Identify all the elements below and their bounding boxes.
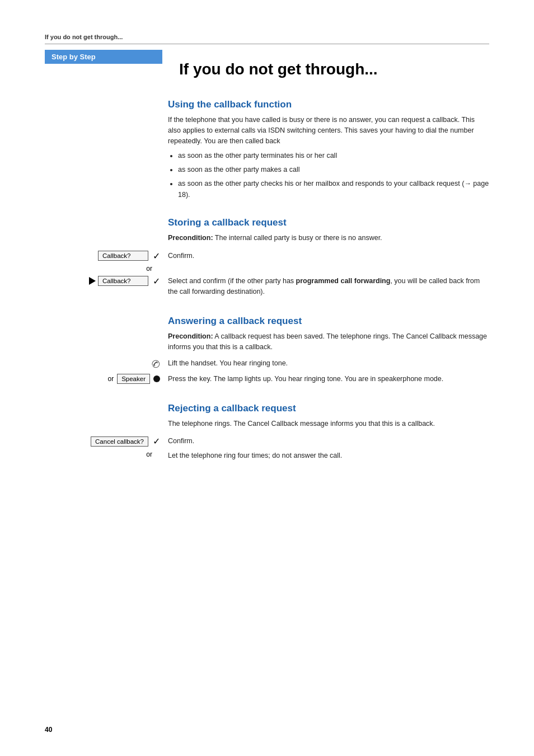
checkmark-2: ✓: [153, 276, 160, 287]
checkmark-1: ✓: [153, 251, 160, 261]
bullet-3: as soon as the other party checks his or…: [178, 179, 489, 200]
body-text-using-callback: If the telephone that you have called is…: [168, 115, 489, 147]
or-left-2: or: [45, 450, 168, 458]
step-row-cancel-1: Cancel callback? ✓ Confirm.: [45, 436, 489, 447]
callback-row-1: Callback? ✓: [98, 251, 160, 261]
precondition-answering: Precondition: A callback request has bee…: [168, 331, 489, 353]
or-label-1: or: [45, 265, 160, 273]
section-using-callback: Using the callback function If the telep…: [45, 89, 489, 204]
step-left-cancel-1: Cancel callback? ✓: [45, 436, 168, 447]
section-title-answering: Answering a callback request: [168, 316, 489, 327]
press-key-text: Press the key. The lamp lights up. You h…: [168, 374, 489, 384]
precondition-storing: Precondition: The internal called party …: [168, 233, 489, 243]
step-left-speaker: or Speaker: [45, 374, 168, 384]
precondition-body-answering: A callback request has been saved. The t…: [168, 332, 487, 351]
precondition-bold-answering: Precondition:: [168, 332, 213, 340]
triangle-icon: [89, 277, 96, 285]
step-row-callback-2: Callback? ✓ Select and confirm (if the o…: [45, 276, 489, 298]
left-col: Step by Step: [45, 44, 168, 89]
step-row-callback-1: Callback? ✓ Confirm.: [45, 251, 489, 261]
step-row-handset: ✆ Lift the handset. You hear ringing ton…: [45, 358, 489, 370]
callback-label-2: Callback?: [98, 276, 148, 286]
bullet-2: as soon as the other party makes a call: [178, 165, 489, 175]
speaker-label: Speaker: [117, 374, 150, 384]
callback-row-2: Callback? ✓: [89, 276, 160, 287]
step-right-cancel-1: Confirm.: [168, 436, 489, 447]
section-rejecting-callback: Rejecting a callback request The telepho…: [45, 393, 489, 433]
step-right-callback-2: Select and confirm (if the other party h…: [168, 276, 489, 298]
confirm-text-1: Confirm.: [168, 251, 489, 261]
or-label-speaker: or: [107, 375, 114, 383]
precondition-body-storing: The internal called party is busy or the…: [215, 234, 382, 242]
section-right-using-callback: Using the callback function If the telep…: [168, 89, 489, 204]
right-col: If you do not get through...: [168, 44, 489, 89]
section-storing-callback: Storing a callback request Precondition:…: [45, 207, 489, 246]
confirm-text-cancel: Confirm.: [168, 436, 489, 447]
cancel-row-1: Cancel callback? ✓: [91, 436, 160, 447]
page: If you do not get through... Step by Ste…: [0, 0, 534, 756]
top-label: If you do not get through...: [45, 34, 489, 40]
step-right-callback-1: Confirm.: [168, 251, 489, 261]
step-right-speaker: Press the key. The lamp lights up. You h…: [168, 374, 489, 384]
bullet-1: as soon as the other party terminates hi…: [178, 151, 489, 161]
lift-handset-text: Lift the handset. You hear ringing tone.: [168, 358, 489, 369]
or-right-2: Let the telephone ring four times; do no…: [168, 450, 489, 461]
rejecting-right: Rejecting a callback request The telepho…: [168, 393, 489, 433]
step-by-step-box: Step by Step: [45, 50, 162, 64]
cancel-label-1: Cancel callback?: [91, 436, 148, 447]
section-title-using-callback: Using the callback function: [168, 99, 489, 110]
step-left-handset: ✆: [45, 358, 168, 370]
two-col-layout: Step by Step If you do not get through..…: [45, 44, 489, 89]
or-row-2: or Let the telephone ring four times; do…: [45, 450, 489, 461]
step-left-callback-1: Callback? ✓: [45, 251, 168, 261]
step-right-handset: Lift the handset. You hear ringing tone.: [168, 358, 489, 369]
bullet-list-using-callback: as soon as the other party terminates hi…: [178, 151, 489, 201]
step-left-callback-2: Callback? ✓: [45, 276, 168, 287]
handset-row: ✆: [45, 358, 160, 370]
select-confirm-text: Select and confirm (if the other party h…: [168, 276, 489, 298]
main-title: If you do not get through...: [179, 60, 489, 79]
checkmark-cancel-1: ✓: [153, 436, 160, 447]
circle-icon: [153, 375, 160, 382]
body-text-rejecting: The telephone rings. The Cancel Callback…: [168, 419, 489, 429]
handset-icon: ✆: [150, 358, 162, 372]
or-left-1: or: [45, 265, 168, 273]
step-row-speaker: or Speaker Press the key. The lamp light…: [45, 374, 489, 384]
precondition-bold: Precondition:: [168, 234, 213, 242]
section-title-rejecting: Rejecting a callback request: [168, 403, 489, 414]
callback-label-1: Callback?: [98, 251, 148, 261]
storing-right: Storing a callback request Precondition:…: [168, 207, 489, 246]
section-title-storing: Storing a callback request: [168, 217, 489, 228]
let-ring-text: Let the telephone ring four times; do no…: [168, 450, 489, 461]
answering-right: Answering a callback request Preconditio…: [168, 306, 489, 355]
speaker-row: or Speaker: [45, 374, 160, 384]
or-row-1: or: [45, 265, 489, 273]
section-answering-callback: Answering a callback request Preconditio…: [45, 306, 489, 355]
or-label-2: or: [45, 450, 160, 458]
page-number: 40: [45, 726, 52, 734]
